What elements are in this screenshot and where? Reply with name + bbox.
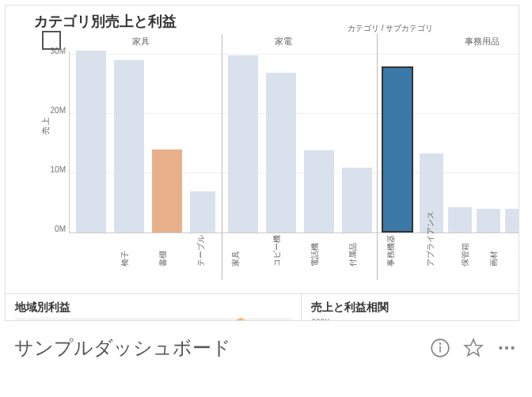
- x-label: 事務機器: [386, 235, 397, 267]
- x-label: 椅子: [120, 251, 131, 267]
- group-header-furniture: 家具: [132, 36, 150, 47]
- bar-bookshelf[interactable]: [114, 60, 144, 233]
- info-icon[interactable]: [429, 337, 451, 359]
- x-label: 家具: [230, 251, 241, 267]
- group-header-appliance: 家電: [275, 36, 292, 47]
- x-label: 書棚: [158, 251, 169, 267]
- y-tick: 20M: [51, 106, 66, 115]
- chart-body: 売上 0M 10M 20M 30M: [34, 51, 519, 233]
- bar-stationery[interactable]: [477, 209, 500, 233]
- more-icon[interactable]: [496, 337, 518, 359]
- x-label: 文房具: [517, 243, 519, 267]
- bar-copier[interactable]: [228, 55, 258, 233]
- chart-title: カテゴリ別売上と利益: [6, 6, 519, 34]
- group-header-office: 事務用品: [465, 36, 500, 47]
- bar-appliance-selected[interactable]: [382, 66, 413, 233]
- x-label: 電話機: [310, 243, 321, 267]
- dashboard-name[interactable]: サンプルダッシュボード: [14, 335, 418, 361]
- y-tick: 0M: [55, 225, 66, 233]
- group-separator: [377, 34, 378, 280]
- dashboard-card: カテゴリ別売上と利益 家具 家電 事務用品 カテゴリ / サブカテゴリ 売上 0…: [5, 5, 519, 321]
- svg-point-2: [439, 343, 440, 344]
- y-axis-label: 売上: [40, 115, 51, 134]
- bar-accessory[interactable]: [304, 150, 334, 233]
- plot-area: [69, 51, 519, 233]
- group-separator: [222, 34, 222, 280]
- y-tick: 10M: [51, 165, 66, 174]
- scatter-title: 売上と利益相関: [311, 301, 509, 315]
- x-label: 保管箱: [460, 243, 471, 267]
- bar-table[interactable]: [152, 149, 182, 233]
- y-axis: 売上 0M 10M 20M 30M: [44, 51, 67, 233]
- svg-point-6: [511, 346, 514, 350]
- scatter-y-tick: 200K: [311, 318, 509, 321]
- x-label: アプライアンス: [425, 211, 436, 267]
- map-panel[interactable]: 地域別利益: [6, 294, 301, 321]
- star-icon[interactable]: [462, 337, 484, 359]
- bar-art[interactable]: [448, 207, 472, 233]
- svg-point-4: [499, 346, 502, 350]
- x-label: コピー機: [272, 235, 283, 267]
- map-area: [15, 318, 291, 321]
- x-label: テーブル: [196, 235, 207, 267]
- axis-super-label: カテゴリ / サブカテゴリ: [348, 23, 433, 34]
- scatter-panel[interactable]: 売上と利益相関 200K: [301, 294, 519, 321]
- bar-binder[interactable]: [505, 209, 519, 233]
- y-tick: 30M: [51, 47, 66, 55]
- x-label: 画材: [488, 251, 500, 267]
- sub-panels-row: 地域別利益 売上と利益相関 200K: [6, 293, 519, 321]
- bar-phone[interactable]: [266, 73, 296, 233]
- card-footer: サンプルダッシュボード: [0, 326, 532, 370]
- bar-equipment[interactable]: [342, 168, 372, 233]
- svg-marker-3: [465, 339, 482, 356]
- map-region-highlight: [212, 318, 260, 321]
- chart-header: 家具 家電 事務用品 カテゴリ / サブカテゴリ: [6, 34, 519, 51]
- bar-chair[interactable]: [76, 51, 106, 233]
- x-label: 付属品: [348, 243, 359, 267]
- map-title: 地域別利益: [15, 301, 291, 315]
- svg-point-5: [505, 346, 508, 350]
- bar-furniture[interactable]: [190, 191, 215, 233]
- grid-line: [70, 54, 519, 55]
